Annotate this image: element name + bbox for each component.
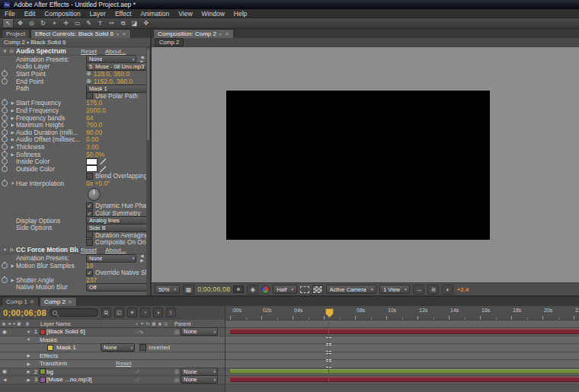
twirl-arrow[interactable]: ▶ (25, 362, 32, 366)
tab-comp-1[interactable]: Comp 1 ✕ (2, 297, 39, 306)
override-native-shutter-checkbox[interactable]: ✓ (86, 269, 93, 276)
group-name[interactable]: Masks (32, 336, 113, 343)
property-value[interactable]: 760.0 (86, 121, 102, 129)
stopwatch-icon[interactable] (2, 277, 8, 283)
group-name[interactable]: Transform (32, 360, 113, 367)
layer-row[interactable]: ◉▼1[Black Solid 6]- ∕ fx◎None▾ (0, 328, 225, 336)
stopwatch-icon[interactable] (2, 144, 8, 150)
mask-shape-tool-icon[interactable]: ▭ (72, 19, 82, 27)
stopwatch-icon[interactable] (2, 151, 8, 158)
brush-tool-icon[interactable]: ✑ (107, 19, 117, 27)
twirl-arrow[interactable]: ▶ (9, 130, 16, 135)
property-value[interactable]: 2000.0 (86, 107, 106, 114)
3d-view-dropdown[interactable]: Active Camera ▾ (326, 285, 376, 294)
color-swatch[interactable] (86, 165, 98, 172)
audio-on-icon[interactable]: ◄ (2, 377, 7, 382)
twirl-arrow[interactable]: ▼ (25, 337, 32, 342)
dynamic-hue-phase-checkbox[interactable]: ✓ (86, 202, 93, 209)
comp-nav-chip[interactable]: Comp 2 (155, 38, 184, 46)
snapshot-camera-icon[interactable] (233, 285, 244, 293)
parent-header[interactable]: Parent (171, 320, 225, 327)
composite-on-original-checkbox[interactable] (86, 239, 93, 246)
pixel-aspect-icon[interactable]: ↔ (413, 285, 424, 295)
label-color-swatch[interactable] (40, 329, 46, 335)
twirl-arrow[interactable]: ▶ (9, 108, 16, 113)
stopwatch-icon[interactable] (2, 71, 8, 77)
twirl-arrow[interactable]: ▶ (9, 137, 16, 142)
view-layout-dropdown[interactable]: 1 View ▾ (379, 285, 410, 294)
close-icon[interactable]: ✕ (30, 299, 34, 305)
stopwatch-icon[interactable] (2, 136, 8, 142)
twirl-arrow[interactable]: ▶ (25, 369, 32, 374)
twirl-arrow[interactable]: ▶ (9, 116, 16, 120)
fast-previews-icon[interactable]: ≋ (427, 285, 439, 295)
duration-averaging-checkbox[interactable] (86, 231, 93, 238)
chevron-down-icon[interactable]: ▼ (116, 32, 120, 37)
twirl-arrow[interactable]: ▶ (9, 145, 16, 149)
pickwhip-icon[interactable]: ◎ (174, 368, 179, 374)
stopwatch-icon[interactable] (2, 180, 8, 186)
exposure-value[interactable]: +2.4 (456, 286, 469, 293)
camera-tool-icon[interactable]: ⌖ (50, 19, 59, 27)
twirl-arrow[interactable]: ▼ (2, 49, 8, 53)
mask-row[interactable]: Mask 1None▾Inverted (0, 344, 225, 352)
pickwhip-icon[interactable]: ◎ (174, 329, 179, 335)
tab-effect-controls[interactable]: Effect Controls: Black Solid 6 ▼ ✕ (30, 29, 131, 38)
mask-color-swatch[interactable] (47, 345, 53, 351)
work-area-bar[interactable] (226, 320, 579, 328)
tab-comp-2[interactable]: Comp 2 ✕ (40, 297, 77, 306)
pan-behind-tool-icon[interactable]: ✛ (61, 19, 71, 27)
layer-name[interactable]: [Black Solid 6] (46, 328, 133, 335)
reset-link[interactable]: Reset (116, 360, 131, 367)
close-icon[interactable]: ✕ (225, 31, 229, 37)
property-value[interactable]: 16 (86, 262, 93, 269)
chevron-down-icon[interactable]: ▼ (219, 32, 222, 37)
native-motion-blur-dropdown[interactable]: Off▾ (86, 283, 150, 292)
layer-switches[interactable]: - ∕ (133, 369, 174, 374)
menu-effect[interactable]: Effect (110, 10, 136, 18)
menu-file[interactable]: File (0, 10, 20, 18)
tab-project[interactable]: Project (2, 29, 30, 38)
parent-dropdown[interactable]: None▾ (181, 375, 218, 384)
stopwatch-icon[interactable] (2, 263, 8, 269)
parent-dropdown[interactable]: None▾ (181, 327, 218, 336)
transparency-grid-icon[interactable] (312, 285, 323, 294)
use-polar-path-checkbox[interactable] (86, 92, 93, 99)
reset-link[interactable]: Reset (81, 48, 97, 55)
show-snapshot-icon[interactable]: ◈ (247, 285, 258, 295)
video-eye-icon[interactable]: ◉ (2, 368, 7, 374)
twirl-arrow[interactable]: ▶ (25, 378, 32, 382)
scrollbar[interactable] (146, 47, 150, 295)
label-color-swatch[interactable] (40, 368, 46, 374)
comp-timecode[interactable]: 0;00;06;08 (197, 285, 230, 293)
menu-help[interactable]: Help (229, 10, 251, 18)
color-swatch[interactable] (86, 158, 98, 165)
graph-editor-icon[interactable]: ⌇ (166, 308, 176, 317)
clone-stamp-tool-icon[interactable]: ⧉ (118, 19, 128, 27)
scrollbar-thumb[interactable] (147, 49, 149, 140)
exposure-icon[interactable]: ◐ (442, 285, 453, 295)
property-group-row[interactable]: ▶Effects (0, 352, 225, 361)
layer-row[interactable]: ◄▶3[Muse ...no.mp3]- ∕◎None▾ (0, 376, 225, 384)
layer-duration-bar[interactable] (230, 377, 579, 382)
layer-switches[interactable]: - ∕ fx (133, 330, 174, 334)
tab-composition[interactable]: Composition: Comp 2 ▼ ✕ (153, 29, 234, 38)
menu-layer[interactable]: Layer (85, 10, 110, 18)
stopwatch-icon[interactable] (2, 78, 8, 84)
property-value[interactable]: 0.00 (86, 135, 99, 143)
mini-flowchart-icon[interactable]: ⧉ (101, 308, 111, 317)
about-link[interactable]: About... (105, 48, 126, 55)
show-channels-icon[interactable] (261, 285, 270, 294)
current-time-indicator-line[interactable] (328, 315, 329, 385)
magnification-dropdown[interactable]: 50% ▾ (155, 285, 180, 294)
close-icon[interactable]: ✕ (122, 31, 126, 37)
region-of-interest-icon[interactable] (300, 286, 309, 293)
property-value[interactable]: 90.00 (86, 129, 102, 136)
eraser-tool-icon[interactable]: ◪ (130, 19, 139, 27)
mask-name[interactable]: Mask 1 (53, 344, 101, 351)
composition-frame[interactable] (226, 91, 490, 240)
menu-animation[interactable]: Animation (136, 10, 174, 18)
grid-guides-icon[interactable]: ▦ (183, 285, 194, 295)
twirl-arrow[interactable]: ▶ (9, 100, 16, 105)
eyedropper-icon[interactable] (100, 166, 106, 172)
